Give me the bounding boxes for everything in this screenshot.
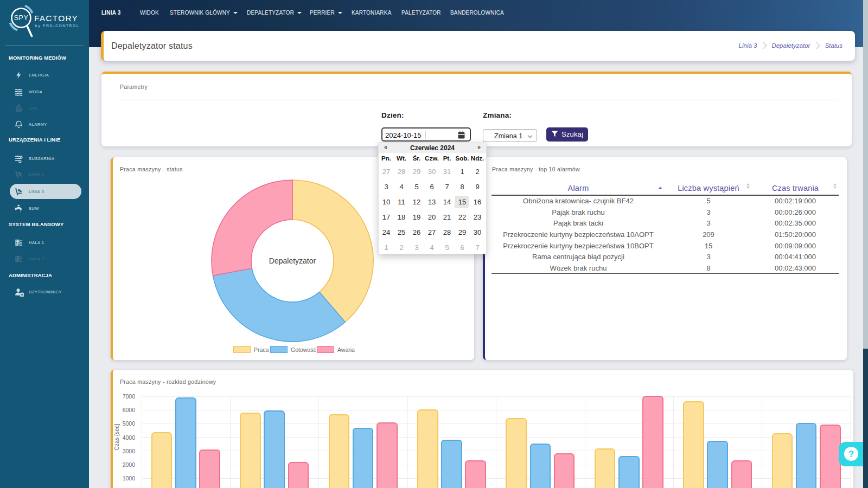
svg-text:Depaletyzator: Depaletyzator: [269, 256, 316, 265]
svg-text:by PRO-CONTROL: by PRO-CONTROL: [35, 24, 80, 28]
svg-text:FACTORY: FACTORY: [34, 14, 78, 23]
svg-text:SPY: SPY: [14, 14, 29, 22]
